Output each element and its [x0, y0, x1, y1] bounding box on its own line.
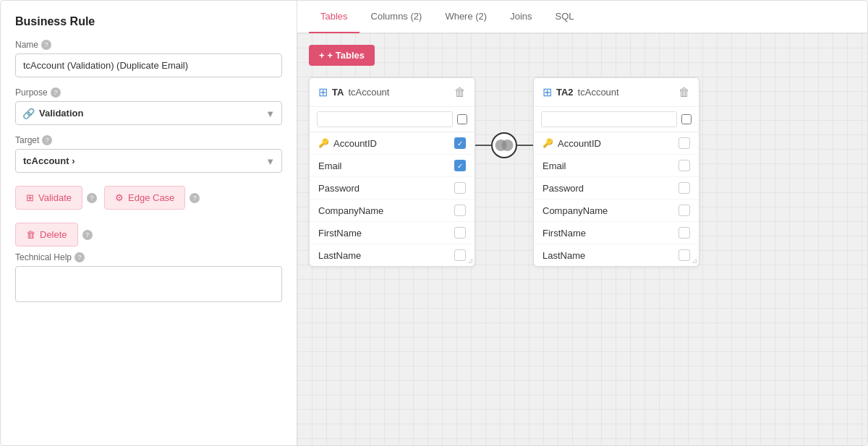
table-ta-search-input[interactable] — [317, 111, 453, 127]
table-row: LastName — [310, 244, 475, 266]
tabs-bar: Tables Columns (2) Where (2) Joins SQL — [297, 1, 867, 33]
target-select-wrapper: tcAccount › ▼ — [15, 149, 282, 173]
table-ta-delete-icon[interactable]: 🗑 — [454, 86, 466, 99]
row-left: CompanyName — [318, 205, 383, 216]
row-left: FirstName — [542, 228, 586, 239]
validate-help-icon[interactable]: ? — [87, 193, 97, 203]
delete-help-icon[interactable]: ? — [82, 230, 93, 240]
table-ta-search-row — [310, 107, 475, 132]
key-icon: 🔑 — [542, 138, 553, 148]
tab-tables[interactable]: Tables — [309, 1, 359, 33]
table-row: CompanyName — [534, 200, 699, 222]
firstname-checkbox-ta2[interactable] — [678, 227, 690, 239]
edge-case-icon: ⚙ — [115, 192, 124, 203]
tech-help-help-icon[interactable]: ? — [75, 252, 85, 262]
companyname-checkbox-ta2[interactable] — [678, 205, 690, 216]
table-ta2-search-input[interactable] — [541, 111, 677, 127]
accountid-checkbox-ta[interactable]: ✓ — [454, 137, 466, 149]
tab-joins[interactable]: Joins — [498, 1, 543, 33]
row-left: Email — [542, 160, 566, 171]
add-tables-button[interactable]: + + Tables — [309, 45, 375, 66]
add-tables-plus-icon: + — [319, 50, 325, 61]
tab-columns[interactable]: Columns (2) — [359, 1, 434, 33]
name-input[interactable] — [15, 53, 282, 77]
validate-icon: ⊞ — [26, 192, 34, 203]
password-checkbox-ta2[interactable] — [678, 182, 690, 194]
edge-case-button[interactable]: ⚙ Edge Case — [104, 186, 185, 210]
delete-icon: 🗑 — [26, 229, 35, 240]
purpose-help-icon[interactable]: ? — [51, 87, 61, 98]
name-help-icon[interactable]: ? — [41, 40, 51, 50]
table-row: 🔑 AccountID — [534, 132, 699, 155]
resize-handle-ta[interactable]: ⊿ — [467, 257, 473, 265]
conn-line-right — [517, 145, 533, 146]
table-ta: ⊞ TA tcAccount 🗑 — [309, 77, 475, 267]
table-ta-select-all[interactable] — [457, 114, 467, 124]
table-row: CompanyName — [310, 200, 475, 222]
field-name: Password — [542, 183, 584, 194]
companyname-checkbox-ta[interactable] — [454, 205, 466, 216]
table-ta2-name: tcAccount — [578, 87, 619, 98]
field-name: Email — [318, 160, 342, 171]
purpose-icon: 🔗 — [22, 108, 35, 119]
field-name: LastName — [542, 250, 585, 261]
field-name: LastName — [318, 250, 361, 261]
delete-button[interactable]: 🗑 Delete — [15, 223, 78, 246]
table-ta-header-left: ⊞ TA tcAccount — [318, 85, 389, 99]
table-ta2-delete-icon[interactable]: 🗑 — [678, 86, 690, 99]
table-ta-alias: TA — [332, 87, 344, 98]
table-ta-name: tcAccount — [348, 87, 389, 98]
name-label: Name ? — [15, 40, 282, 50]
password-checkbox-ta[interactable] — [454, 182, 466, 194]
validate-button[interactable]: ⊞ Validate — [15, 186, 82, 210]
purpose-select[interactable]: Validation — [15, 101, 282, 125]
svg-point-1 — [501, 140, 513, 151]
tab-where[interactable]: Where (2) — [433, 1, 498, 33]
tab-sql[interactable]: SQL — [544, 1, 586, 33]
lastname-checkbox-ta2[interactable] — [678, 249, 690, 261]
right-panel: Tables Columns (2) Where (2) Joins SQL +… — [297, 1, 867, 445]
field-name: FirstName — [542, 228, 586, 239]
field-name: AccountID — [558, 138, 601, 149]
row-left: LastName — [542, 250, 585, 261]
row-left: FirstName — [318, 228, 362, 239]
field-name: Email — [542, 160, 566, 171]
lastname-checkbox-ta[interactable] — [454, 249, 466, 261]
resize-handle-ta2[interactable]: ⊿ — [692, 257, 697, 265]
edge-case-help-icon[interactable]: ? — [190, 193, 200, 203]
row-left: Password — [318, 183, 359, 194]
field-name: CompanyName — [318, 205, 383, 216]
validate-row: ⊞ Validate ? — [15, 186, 97, 210]
row-left: Email — [318, 160, 342, 171]
tab-content: + + Tables ⊞ TA tcAccount 🗑 — [297, 33, 867, 445]
field-name: AccountID — [333, 138, 377, 149]
join-symbol[interactable] — [491, 132, 517, 158]
row-left: 🔑 AccountID — [318, 138, 377, 149]
table-row: Password — [534, 177, 699, 200]
row-left: LastName — [318, 250, 361, 261]
firstname-checkbox-ta[interactable] — [454, 227, 466, 239]
table-ta2-grid-icon: ⊞ — [542, 85, 552, 99]
table-ta2-alias: TA2 — [556, 87, 574, 98]
table-row: Email — [534, 155, 699, 177]
target-help-icon[interactable]: ? — [42, 135, 52, 145]
tech-help-input[interactable] — [15, 266, 282, 302]
table-ta2-header: ⊞ TA2 tcAccount 🗑 — [534, 78, 699, 107]
table-card-ta2: ⊞ TA2 tcAccount 🗑 — [533, 77, 699, 267]
table-row: FirstName — [310, 222, 475, 244]
edge-case-row: ⚙ Edge Case ? — [104, 186, 200, 210]
delete-row: 🗑 Delete ? — [15, 223, 282, 246]
table-ta2-header-left: ⊞ TA2 tcAccount — [542, 85, 619, 99]
target-select[interactable]: tcAccount › — [15, 149, 282, 173]
tables-row: ⊞ TA tcAccount 🗑 — [309, 77, 856, 267]
target-label: Target ? — [15, 135, 282, 145]
purpose-label: Purpose ? — [15, 87, 282, 98]
table-row: LastName — [534, 244, 699, 266]
table-ta2-select-all[interactable] — [681, 114, 692, 124]
field-name: CompanyName — [542, 205, 608, 216]
email-checkbox-ta2[interactable] — [678, 160, 690, 171]
field-name: Password — [318, 183, 359, 194]
email-checkbox-ta[interactable]: ✓ — [454, 160, 466, 171]
accountid-checkbox-ta2[interactable] — [678, 137, 690, 149]
table-ta-header: ⊞ TA tcAccount 🗑 — [310, 78, 475, 107]
